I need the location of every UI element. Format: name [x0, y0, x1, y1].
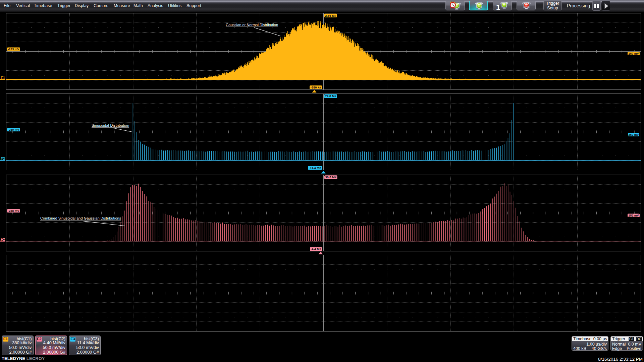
- svg-text:30.8 M#: 30.8 M#: [325, 176, 336, 179]
- svg-text:79.8 M#: 79.8 M#: [325, 95, 336, 98]
- svg-text:2.66 M#: 2.66 M#: [325, 14, 336, 17]
- svg-text:257 mV: 257 mV: [629, 52, 639, 55]
- svg-text:252 mV: 252 mV: [629, 214, 639, 217]
- svg-text:-248 mV: -248 mV: [8, 209, 19, 213]
- svg-text:Gaussian or Normal Distributio: Gaussian or Normal Distribution: [226, 23, 278, 27]
- svg-text:Combined Sinusoidal and Gaussi: Combined Sinusoidal and Gaussian Distrib…: [40, 216, 121, 220]
- svg-text:-4.4 M#: -4.4 M#: [311, 247, 321, 251]
- svg-text:250 mV: 250 mV: [629, 133, 639, 136]
- svg-text:-243 mV: -243 mV: [8, 48, 19, 51]
- svg-text:-11.4 M#: -11.4 M#: [309, 166, 321, 170]
- svg-text:-380 k#: -380 k#: [311, 86, 321, 89]
- svg-text:Sinusoidal Distribution: Sinusoidal Distribution: [92, 123, 129, 127]
- svg-text:-250 mV: -250 mV: [8, 128, 19, 131]
